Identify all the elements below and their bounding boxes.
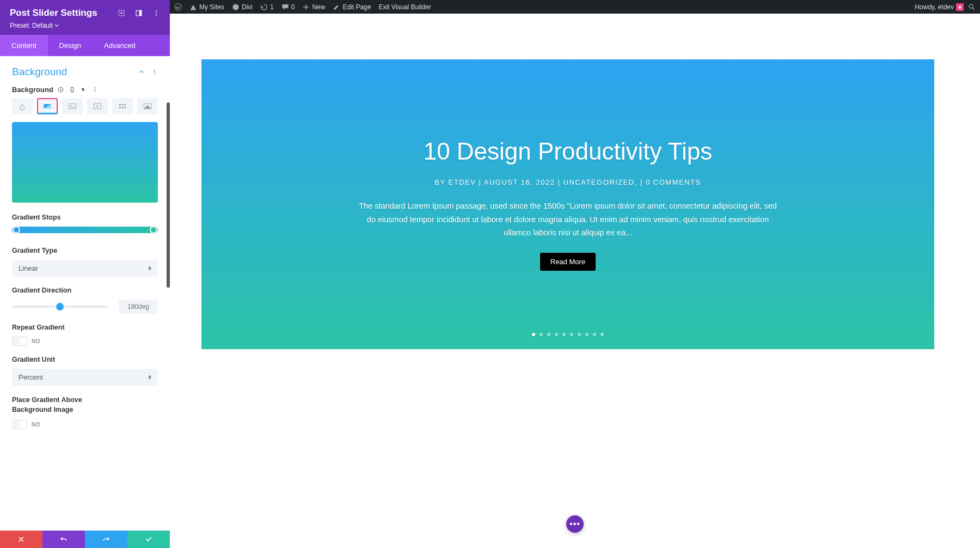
svg-point-19 <box>95 91 96 92</box>
canvas: 10 Design Productivity Tips BY ETDEV | A… <box>170 14 980 548</box>
svg-rect-27 <box>119 107 121 108</box>
kebab-menu-icon[interactable] <box>92 87 98 93</box>
gradient-type-label: Gradient Type <box>12 247 158 254</box>
svg-point-16 <box>72 91 72 92</box>
svg-point-4 <box>121 13 122 14</box>
gradient-direction-label: Gradient Direction <box>12 287 158 294</box>
undo-button[interactable] <box>42 531 85 548</box>
my-sites-link[interactable]: My Sites <box>189 3 224 11</box>
gradient-stops-track[interactable] <box>12 227 158 233</box>
svg-point-17 <box>95 87 96 88</box>
svg-point-11 <box>154 71 155 72</box>
select-caret-icon <box>148 375 151 379</box>
select-caret-icon <box>148 266 151 270</box>
svg-point-12 <box>154 74 155 75</box>
gradient-direction-value[interactable]: 180deg <box>119 300 158 314</box>
bg-tab-video[interactable] <box>87 98 108 114</box>
slider-dot[interactable] <box>570 333 573 336</box>
sidebar-footer <box>0 531 170 548</box>
howdy-user[interactable]: Howdy, etdev <box>915 3 964 11</box>
slide-body: The standard Lorem Ipsum passage, used s… <box>356 199 780 240</box>
exit-vb-link[interactable]: Exit Visual Builder <box>378 3 431 11</box>
svg-point-1 <box>232 4 238 10</box>
slider-dot[interactable] <box>547 333 550 336</box>
slider-dot[interactable] <box>601 333 604 336</box>
slide-title: 10 Design Productivity Tips <box>424 138 713 165</box>
phone-icon[interactable] <box>69 87 75 93</box>
panel-body: Background Background ? Gradient <box>0 56 170 531</box>
settings-tabs: Content Design Advanced <box>0 35 170 56</box>
gradient-stop-handle-end[interactable] <box>150 226 157 234</box>
repeat-gradient-toggle[interactable] <box>12 337 27 346</box>
svg-point-22 <box>70 105 71 106</box>
range-thumb[interactable] <box>56 303 64 310</box>
section-title-background[interactable]: Background <box>12 66 67 78</box>
gradient-type-select[interactable]: Linear <box>12 260 158 277</box>
ellipsis-icon: ••• <box>569 520 580 528</box>
svg-rect-26 <box>124 104 126 106</box>
chevron-down-icon <box>54 23 59 28</box>
gradient-stop-handle-start[interactable] <box>13 226 20 234</box>
tab-advanced[interactable]: Advanced <box>93 35 147 56</box>
svg-rect-24 <box>119 104 121 106</box>
slider-dot[interactable] <box>555 333 558 336</box>
kebab-menu-icon[interactable] <box>152 9 160 17</box>
bg-tab-image[interactable] <box>62 98 83 114</box>
bg-tab-gradient[interactable] <box>37 98 58 114</box>
tab-content[interactable]: Content <box>0 35 48 56</box>
svg-point-8 <box>156 13 157 14</box>
svg-rect-28 <box>122 107 124 108</box>
panel-title: Post Slider Settings <box>10 8 97 19</box>
hover-icon[interactable] <box>81 87 87 93</box>
redo-button[interactable] <box>85 531 127 548</box>
target-icon[interactable] <box>118 9 125 17</box>
user-avatar-icon <box>956 3 964 11</box>
sidebar-header: Post Slider Settings Preset: Default <box>0 0 170 35</box>
edit-page-link[interactable]: Edit Page <box>333 3 371 11</box>
search-icon[interactable] <box>968 3 976 11</box>
save-button[interactable] <box>127 531 170 548</box>
svg-point-2 <box>969 4 973 8</box>
svg-point-7 <box>156 10 157 11</box>
bg-tab-mask[interactable] <box>137 98 158 114</box>
svg-point-9 <box>156 15 157 16</box>
svg-text:?: ? <box>59 88 62 92</box>
slider-dot[interactable] <box>532 333 535 336</box>
preset-selector[interactable]: Preset: Default <box>10 22 160 29</box>
repeat-gradient-label: Repeat Gradient <box>12 324 158 331</box>
wp-logo[interactable] <box>174 3 182 11</box>
place-above-label: Place Gradient Above Background Image <box>12 395 94 415</box>
gradient-direction-slider[interactable] <box>12 306 108 308</box>
comments-link[interactable]: 0 <box>281 3 295 11</box>
background-type-tabs <box>12 98 158 114</box>
bg-tab-color[interactable] <box>12 98 33 114</box>
chevron-up-icon[interactable] <box>138 69 145 75</box>
slider-dot[interactable] <box>562 333 566 336</box>
svg-point-10 <box>154 70 155 71</box>
slider-dot[interactable] <box>593 333 596 336</box>
svg-rect-25 <box>122 104 124 106</box>
slider-dot[interactable] <box>578 333 581 336</box>
post-slider[interactable]: 10 Design Productivity Tips BY ETDEV | A… <box>201 59 934 349</box>
help-icon[interactable]: ? <box>58 87 64 93</box>
slider-dot[interactable] <box>540 333 543 336</box>
tab-design[interactable]: Design <box>48 35 93 56</box>
place-above-toggle[interactable] <box>12 420 27 429</box>
read-more-button[interactable]: Read More <box>540 253 596 271</box>
gradient-unit-select[interactable]: Percent <box>12 369 158 386</box>
gradient-stops-label: Gradient Stops <box>12 214 158 221</box>
dock-icon[interactable] <box>135 9 143 17</box>
slider-dots <box>532 333 604 336</box>
svg-point-18 <box>95 89 96 90</box>
gradient-preview[interactable] <box>12 122 158 203</box>
builder-fab[interactable]: ••• <box>566 515 584 533</box>
revisions-link[interactable]: 1 <box>260 3 274 11</box>
new-link[interactable]: New <box>302 3 325 11</box>
cancel-button[interactable] <box>0 531 42 548</box>
background-field-label: Background ? <box>12 86 158 94</box>
bg-tab-pattern[interactable] <box>112 98 133 114</box>
divi-link[interactable]: Divi <box>232 3 253 11</box>
slider-dot[interactable] <box>585 333 589 336</box>
kebab-menu-icon[interactable] <box>151 69 158 75</box>
wp-admin-bar: My Sites Divi 1 0 New Edit Page Exit Vis… <box>170 0 980 14</box>
